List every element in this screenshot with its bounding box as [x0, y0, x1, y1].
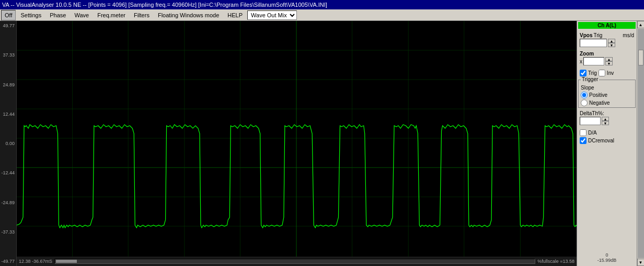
trigger-group: Trigger Slope Positive Negative — [578, 80, 636, 108]
vpos-spinner[interactable]: ▲ ▼ — [608, 39, 615, 47]
positive-label: Positive — [589, 92, 607, 98]
y-axis-label: 12.44 — [0, 112, 15, 117]
vpos-label: Vpos — [580, 32, 592, 38]
vpos-down[interactable]: ▼ — [608, 43, 615, 47]
db-label: -15.99dB — [597, 258, 617, 263]
menu-bar: Off Settings Phase Wave Freq.meter Filte… — [0, 9, 644, 21]
help-button[interactable]: HELP — [224, 10, 246, 20]
filters-button[interactable]: Filters — [130, 10, 153, 20]
title-text: VA -- VisualAnalyser 10.0.5 NE -- [Point… — [2, 2, 327, 8]
inv-checkbox[interactable] — [599, 70, 605, 76]
vpos-up[interactable]: ▲ — [608, 39, 615, 43]
zoom-up[interactable]: ▲ — [605, 57, 613, 61]
y-axis-label: 37.33 — [0, 52, 15, 58]
y-axis-label: -24.89 — [0, 200, 15, 205]
phase-button[interactable]: Phase — [46, 10, 70, 20]
negative-radio[interactable] — [581, 99, 588, 106]
off-button[interactable]: Off — [1, 10, 16, 20]
scope-canvas — [17, 21, 577, 257]
fullscale-label: %fullscale =13.58 — [537, 259, 574, 264]
scope-bottom-bar: 12.38 -36.67mS %fullscale =13.58 — [17, 257, 577, 266]
scroll-track[interactable] — [638, 29, 644, 258]
y-axis-label: 49.77 — [0, 23, 15, 28]
inv-check-label: Inv — [607, 70, 614, 76]
y-axis-label: 0.00 — [0, 141, 15, 146]
da-label: D/A — [588, 130, 597, 136]
trig-checkbox[interactable] — [580, 70, 586, 76]
y-axis: 49.7737.3324.8912.440.00-12.44-24.89-37.… — [0, 21, 17, 266]
horizontal-scrollbar[interactable] — [54, 259, 535, 264]
wave-out-mix-select[interactable]: Wave Out Mix — [247, 10, 297, 20]
freq-meter-button[interactable]: Freq.meter — [94, 10, 129, 20]
time-left-value: 12.38 -36.67mS — [19, 259, 52, 264]
dc-removal-label: DCremoval — [588, 138, 614, 143]
delta-th-label: DeltaTh%: — [580, 110, 604, 116]
negative-label: Negative — [589, 100, 610, 106]
zoom-label: Zoom — [580, 51, 594, 57]
slope-label: Slope — [581, 85, 594, 91]
channel-indicator: Ch A(L) — [578, 22, 636, 29]
zero-right-label: 0 — [605, 252, 608, 258]
dc-removal-checkbox[interactable] — [580, 137, 586, 144]
zoom-spinner[interactable]: ▲ ▼ — [605, 57, 613, 65]
zoom-x-label: x — [580, 59, 582, 64]
delta-th-down[interactable]: ▼ — [602, 121, 609, 125]
trig-label-inline: Trig — [593, 32, 602, 38]
delta-th-up[interactable]: ▲ — [602, 117, 609, 121]
scroll-up-button[interactable]: ▲ — [637, 21, 645, 28]
vertical-scrollbar[interactable]: ▲ ▼ — [637, 21, 644, 266]
scope-area: 12.38 -36.67mS %fullscale =13.58 — [17, 21, 577, 266]
floating-windows-button[interactable]: Floating Windows mode — [154, 10, 223, 20]
zoom-down[interactable]: ▼ — [605, 61, 613, 65]
y-axis-label: -37.33 — [0, 229, 15, 235]
y-axis-label: 24.89 — [0, 82, 15, 87]
y-axis-label: -12.44 — [0, 170, 15, 175]
main-layout: 49.7737.3324.8912.440.00-12.44-24.89-37.… — [0, 21, 644, 266]
settings-button[interactable]: Settings — [17, 10, 45, 20]
positive-radio[interactable] — [581, 92, 588, 98]
right-panel: Ch A(L) Vpos Trig ms/d 0.6012 ▲ ▼ Zoom — [577, 21, 637, 266]
da-checkbox[interactable] — [580, 129, 586, 136]
vpos-input[interactable]: 0.6012 — [580, 39, 607, 47]
trig-check-label: Trig — [588, 70, 597, 76]
ms-d-label: ms/d — [623, 32, 634, 38]
scroll-down-button[interactable]: ▼ — [637, 259, 645, 266]
delta-th-input[interactable]: 70 — [580, 117, 601, 125]
title-bar: VA -- VisualAnalyser 10.0.5 NE -- [Point… — [0, 0, 644, 9]
delta-th-section: DeltaTh%: 70 ▲ ▼ — [578, 109, 636, 126]
trigger-group-title: Trigger — [581, 76, 599, 82]
wave-button[interactable]: Wave — [71, 10, 93, 20]
da-dcremoval-section: D/A DCremoval — [578, 127, 636, 145]
y-axis-label: -49.77 — [0, 259, 15, 264]
delta-th-spinner[interactable]: ▲ ▼ — [602, 117, 609, 125]
vpos-section: Vpos Trig ms/d 0.6012 ▲ ▼ — [578, 31, 636, 48]
waveform-display — [17, 21, 577, 257]
zoom-section: Zoom x 3 ▲ ▼ — [578, 49, 636, 66]
zoom-input[interactable]: 3 — [583, 57, 604, 65]
scrollbar-thumb — [56, 260, 77, 263]
scroll-thumb — [638, 50, 643, 65]
